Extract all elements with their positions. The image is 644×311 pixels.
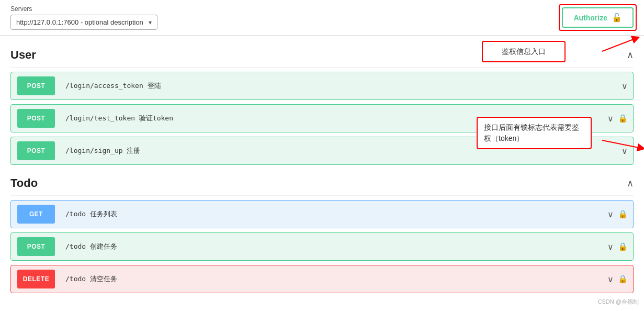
lock-hint-line2: 权（token） xyxy=(484,134,524,142)
endpoint-row-0-0[interactable]: POST /login/access_token 登陆 ∨ xyxy=(10,72,634,100)
section-title-todo: Todo xyxy=(10,176,38,190)
endpoint-path: /login/access_token 登陆 xyxy=(61,81,622,91)
lock-icon-endpoint: 🔒 xyxy=(618,209,628,219)
endpoint-row-1-2[interactable]: DELETE /todo 清空任务 ∨ 🔒 xyxy=(10,265,634,293)
server-select[interactable]: http://127.0.0.1:7600 - optional descrip… xyxy=(10,15,157,30)
endpoint-row-1-1[interactable]: POST /todo 创建任务 ∨ 🔒 xyxy=(10,232,634,261)
chevron-down-icon: ▾ xyxy=(149,19,152,26)
section-chevron-todo[interactable]: ∧ xyxy=(627,177,634,189)
main-content: 鉴权信息入口 接口后面有锁标志代表需要鉴 权（token） User ∧ POS… xyxy=(0,36,644,303)
csdn-badge: CSDN @合德制 xyxy=(598,298,639,303)
servers-section: Servers http://127.0.0.1:7600 - optional… xyxy=(10,5,157,30)
endpoint-chevron[interactable]: ∨ xyxy=(622,81,628,91)
endpoint-chevron[interactable]: ∨ xyxy=(607,114,614,124)
section-chevron-user[interactable]: ∧ xyxy=(627,49,634,61)
lock-hint-line1: 接口后面有锁标志代表需要鉴 xyxy=(484,123,579,131)
endpoint-suffix: ∨ 🔒 xyxy=(607,114,633,124)
top-bar: Servers http://127.0.0.1:7600 - optional… xyxy=(0,0,644,36)
method-badge-post: POST xyxy=(17,141,55,160)
method-badge-delete: DELETE xyxy=(17,270,55,288)
endpoint-suffix: ∨ 🔒 xyxy=(607,209,633,219)
authorize-area: Authorize 🔓 xyxy=(562,7,634,28)
endpoint-chevron[interactable]: ∨ xyxy=(607,209,614,219)
endpoint-path: /todo 清空任务 xyxy=(61,274,607,284)
endpoint-suffix: ∨ 🔒 xyxy=(607,274,633,284)
lock-icon-endpoint: 🔒 xyxy=(618,114,628,123)
endpoint-path: /todo 任务列表 xyxy=(61,209,607,219)
method-badge-post: POST xyxy=(17,109,55,128)
authorize-label: Authorize xyxy=(573,14,607,22)
endpoint-chevron[interactable]: ∨ xyxy=(607,274,614,284)
lock-icon-endpoint: 🔒 xyxy=(618,274,628,284)
sections-container: User ∧ POST /login/access_token 登陆 ∨ POS… xyxy=(10,41,634,293)
endpoint-suffix: ∨ xyxy=(622,146,633,156)
servers-label: Servers xyxy=(10,5,157,13)
method-badge-post: POST xyxy=(17,237,55,256)
endpoint-row-1-0[interactable]: GET /todo 任务列表 ∨ 🔒 xyxy=(10,200,634,228)
annotation-auth-entry: 鉴权信息入口 xyxy=(482,41,566,62)
lock-icon-endpoint: 🔒 xyxy=(618,242,628,251)
endpoint-suffix: ∨ xyxy=(622,81,633,91)
method-badge-post: POST xyxy=(17,76,55,95)
section-header-todo: Todo ∧ xyxy=(10,169,634,196)
server-select-text: http://127.0.0.1:7600 - optional descrip… xyxy=(16,18,143,26)
annotation-lock-hint: 接口后面有锁标志代表需要鉴 权（token） xyxy=(477,117,592,149)
endpoint-chevron[interactable]: ∨ xyxy=(607,242,614,252)
section-title-user: User xyxy=(10,48,36,62)
authorize-button[interactable]: Authorize 🔓 xyxy=(562,7,634,28)
endpoint-chevron[interactable]: ∨ xyxy=(622,146,628,156)
endpoint-suffix: ∨ 🔒 xyxy=(607,242,633,252)
method-badge-get: GET xyxy=(17,205,55,224)
endpoint-path: /todo 创建任务 xyxy=(61,242,607,251)
lock-icon: 🔓 xyxy=(612,13,622,23)
